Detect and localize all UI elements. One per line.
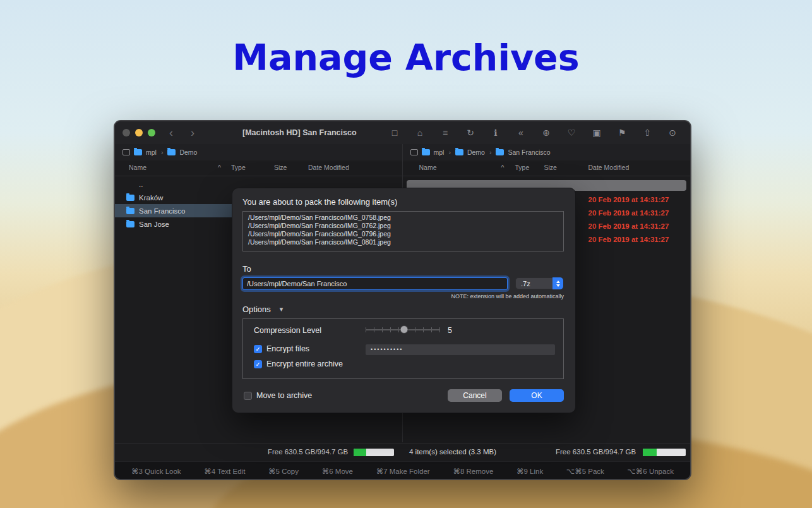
- encrypt-files-label: Encrypt files: [266, 344, 309, 353]
- history-nav: ‹ ›: [169, 127, 194, 138]
- slider-thumb[interactable]: [400, 325, 409, 334]
- function-key-bar: ⌘3 Quick Look ⌘4 Text Edit ⌘5 Copy ⌘6 Mo…: [115, 461, 690, 480]
- dialog-title: You are about to pack the following item…: [242, 197, 397, 207]
- list-icon[interactable]: ≡: [440, 128, 450, 138]
- pack-items-list: /Users/mpl/Demo/San Francisco/IMG_0758.j…: [242, 211, 564, 251]
- compression-label: Compression Level: [254, 326, 321, 335]
- column-type[interactable]: Type: [231, 164, 246, 171]
- folder-icon: [496, 149, 504, 155]
- checkbox-checked-icon: [254, 360, 262, 368]
- fn-pack[interactable]: ⌥⌘5 Pack: [566, 467, 604, 476]
- breadcrumb-item[interactable]: mpl: [146, 148, 157, 156]
- extension-note: NOTE: extension will be added automatica…: [451, 293, 564, 299]
- column-headers-left: Name ^ Type Size Date Modified: [115, 160, 403, 176]
- computer-icon[interactable]: [122, 149, 130, 155]
- breadcrumb-separator: ›: [161, 148, 164, 156]
- forward-button[interactable]: ›: [191, 127, 194, 138]
- favorites-icon[interactable]: ♡: [566, 128, 576, 138]
- home-icon[interactable]: ⌂: [415, 128, 425, 138]
- checkbox-checked-icon: [254, 345, 262, 353]
- fn-remove[interactable]: ⌘8 Remove: [453, 467, 493, 476]
- breadcrumb-item[interactable]: Demo: [467, 148, 485, 156]
- minimize-button[interactable]: [135, 129, 143, 136]
- encrypt-archive-checkbox[interactable]: Encrypt entire archive: [254, 360, 343, 368]
- breadcrumb-item[interactable]: mpl: [434, 148, 445, 156]
- password-input[interactable]: ••••••••••: [366, 344, 555, 355]
- free-space-left: Free 630.5 GB/994.7 GB: [268, 448, 348, 456]
- breadcrumb-item[interactable]: Demo: [179, 148, 197, 156]
- status-bar: Free 630.5 GB/994.7 GB 4 item(s) selecte…: [115, 443, 690, 461]
- monitor-icon[interactable]: □: [390, 128, 400, 138]
- free-space-right: Free 630.5 GB/994.7 GB: [556, 448, 636, 456]
- fn-quick-look[interactable]: ⌘3 Quick Look: [131, 467, 181, 476]
- folder-icon: [455, 149, 463, 155]
- date-modified: 20 Feb 2019 at 14:31:27: [588, 196, 669, 203]
- format-value: .7z: [521, 280, 530, 287]
- about-icon[interactable]: ⊙: [667, 128, 678, 138]
- zoom-button[interactable]: [148, 129, 155, 136]
- chevron-updown-icon: [552, 277, 563, 289]
- encrypt-archive-label: Encrypt entire archive: [266, 360, 343, 368]
- destination-input[interactable]: [242, 277, 508, 290]
- refresh-icon[interactable]: ↻: [465, 128, 475, 138]
- column-size[interactable]: Size: [274, 164, 287, 171]
- pack-dialog: You are about to pack the following item…: [232, 188, 576, 413]
- selection-status: 4 item(s) selected (3.3 MB): [409, 448, 496, 456]
- share-icon[interactable]: ⇧: [642, 128, 652, 138]
- fn-unpack[interactable]: ⌥⌘6 Unpack: [628, 467, 674, 476]
- ok-button[interactable]: OK: [510, 389, 564, 402]
- breadcrumb-left: mpl › Demo: [115, 144, 403, 160]
- folder-icon: [167, 149, 176, 155]
- to-label: To: [242, 264, 251, 274]
- terminal-icon[interactable]: ▣: [592, 128, 602, 138]
- encrypt-files-checkbox[interactable]: Encrypt files: [254, 344, 309, 353]
- disk-usage-bar-left: [354, 449, 394, 456]
- chevron-down-icon: ▾: [280, 305, 284, 313]
- computer-icon[interactable]: [410, 149, 418, 155]
- compression-slider[interactable]: [366, 325, 440, 335]
- breadcrumb-item[interactable]: San Francisco: [508, 148, 550, 156]
- globe-icon[interactable]: ⊕: [541, 128, 551, 138]
- fn-text-edit[interactable]: ⌘4 Text Edit: [204, 467, 245, 476]
- info-icon[interactable]: ℹ: [491, 128, 501, 138]
- file-name: San Jose: [139, 221, 169, 228]
- options-box: Compression Level 5 Encrypt files ••••••…: [242, 318, 564, 379]
- folder-icon: [126, 221, 134, 227]
- format-select[interactable]: .7z: [515, 277, 563, 289]
- column-name[interactable]: Name: [129, 164, 146, 171]
- column-name[interactable]: Name: [419, 164, 437, 171]
- folder-icon: [422, 149, 430, 155]
- date-modified: 20 Feb 2019 at 14:31:27: [588, 236, 669, 243]
- move-to-archive-checkbox[interactable]: Move to archive: [244, 391, 312, 400]
- folder-icon: [134, 149, 142, 155]
- column-size[interactable]: Size: [544, 164, 557, 171]
- sort-caret-icon: ^: [501, 164, 505, 171]
- date-modified: 20 Feb 2019 at 14:31:27: [588, 222, 669, 230]
- column-date[interactable]: Date Modified: [308, 164, 349, 171]
- flag-icon[interactable]: ⚑: [617, 128, 627, 138]
- date-modified: 20 Feb 2019 at 14:31:27: [588, 209, 669, 217]
- toolbar: □ ⌂ ≡ ↻ ℹ « ⊕ ♡ ▣ ⚑ ⇧ ⊙: [390, 128, 683, 138]
- pack-item: /Users/mpl/Demo/San Francisco/IMG_0758.j…: [248, 214, 558, 222]
- close-button[interactable]: [122, 129, 130, 136]
- fn-move[interactable]: ⌘6 Move: [322, 467, 353, 476]
- compression-value: 5: [448, 326, 452, 335]
- file-name: San Francisco: [139, 207, 186, 215]
- options-disclosure[interactable]: Options ▾: [242, 305, 283, 314]
- fn-link[interactable]: ⌘9 Link: [516, 467, 543, 476]
- collapse-icon[interactable]: «: [516, 128, 526, 138]
- chevron-up-icon: [556, 281, 560, 283]
- column-type[interactable]: Type: [515, 164, 530, 171]
- folder-icon: [126, 195, 134, 201]
- titlebar: ‹ › [Macintosh HD] San Francisco □ ⌂ ≡ ↻…: [115, 121, 690, 144]
- fn-copy[interactable]: ⌘5 Copy: [268, 467, 299, 476]
- fn-make-folder[interactable]: ⌘7 Make Folder: [376, 467, 430, 476]
- cancel-button[interactable]: Cancel: [448, 389, 502, 402]
- back-button[interactable]: ‹: [169, 127, 173, 138]
- traffic-lights: [122, 129, 155, 136]
- column-date[interactable]: Date Modified: [588, 164, 630, 171]
- pack-item: /Users/mpl/Demo/San Francisco/IMG_0796.j…: [248, 230, 558, 238]
- disk-usage-bar-right: [643, 449, 686, 456]
- disk-usage-fill: [643, 449, 657, 456]
- checkbox-unchecked-icon: [244, 392, 252, 400]
